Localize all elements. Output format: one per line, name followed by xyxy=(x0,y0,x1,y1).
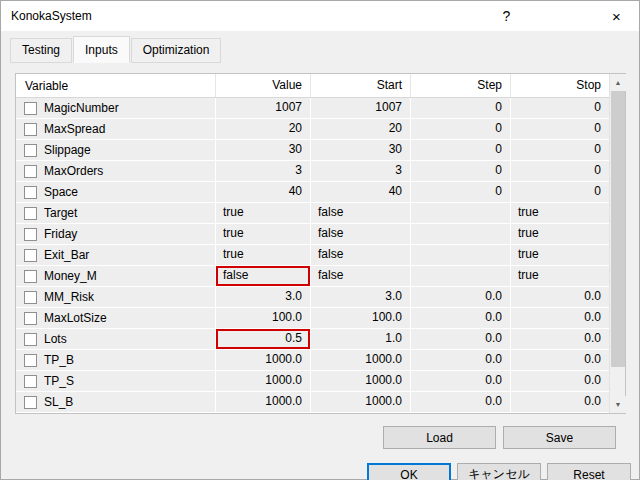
start-cell[interactable]: 1000.0 xyxy=(311,392,411,412)
step-cell[interactable] xyxy=(411,203,511,223)
variable-cell[interactable]: Slippage xyxy=(16,140,216,160)
stop-cell[interactable]: 0.0 xyxy=(511,392,609,412)
value-cell[interactable]: 30 xyxy=(216,140,311,160)
row-checkbox[interactable] xyxy=(24,333,37,346)
value-cell[interactable]: 1007 xyxy=(216,98,311,118)
start-cell[interactable]: 3.0 xyxy=(311,287,411,307)
table-row-sl_b[interactable]: SL_B1000.01000.00.00.0 xyxy=(16,392,609,413)
step-cell[interactable] xyxy=(411,245,511,265)
row-checkbox[interactable] xyxy=(24,144,37,157)
step-cell[interactable]: 0.0 xyxy=(411,308,511,328)
variable-cell[interactable]: MagicNumber xyxy=(16,98,216,118)
step-cell[interactable]: 0 xyxy=(411,140,511,160)
start-cell[interactable]: 100.0 xyxy=(311,308,411,328)
table-row-tp_s[interactable]: TP_S1000.01000.00.00.0 xyxy=(16,371,609,392)
start-cell[interactable]: 1000.0 xyxy=(311,371,411,391)
variable-cell[interactable]: SL_B xyxy=(16,392,216,412)
stop-cell[interactable]: 0.0 xyxy=(511,308,609,328)
title-bar[interactable]: KonokaSystem ? × xyxy=(1,1,639,31)
tab-inputs[interactable]: Inputs xyxy=(73,36,130,63)
start-cell[interactable]: 20 xyxy=(311,119,411,139)
row-checkbox[interactable] xyxy=(24,291,37,304)
step-cell[interactable]: 0 xyxy=(411,119,511,139)
table-row-friday[interactable]: Fridaytruefalsetrue xyxy=(16,224,609,245)
variable-cell[interactable]: MM_Risk xyxy=(16,287,216,307)
stop-cell[interactable]: 0 xyxy=(511,98,609,118)
table-row-target[interactable]: Targettruefalsetrue xyxy=(16,203,609,224)
step-cell[interactable]: 0.0 xyxy=(411,350,511,370)
step-cell[interactable] xyxy=(411,266,511,286)
vertical-scrollbar[interactable]: ▲ ▼ xyxy=(609,74,625,413)
step-cell[interactable]: 0.0 xyxy=(411,329,511,349)
value-cell[interactable]: true xyxy=(216,203,311,223)
row-checkbox[interactable] xyxy=(24,396,37,409)
start-cell[interactable]: 1007 xyxy=(311,98,411,118)
stop-cell[interactable]: true xyxy=(511,203,609,223)
value-cell[interactable]: 3 xyxy=(216,161,311,181)
table-row-maxspread[interactable]: MaxSpread202000 xyxy=(16,119,609,140)
stop-cell[interactable]: 0 xyxy=(511,182,609,202)
row-checkbox[interactable] xyxy=(24,228,37,241)
tab-optimization[interactable]: Optimization xyxy=(131,38,222,63)
step-cell[interactable]: 0 xyxy=(411,98,511,118)
row-checkbox[interactable] xyxy=(24,354,37,367)
cancel-button[interactable]: キャンセル xyxy=(457,463,541,480)
value-cell[interactable]: false xyxy=(216,266,311,286)
variable-cell[interactable]: Exit_Bar xyxy=(16,245,216,265)
stop-cell[interactable]: 0 xyxy=(511,140,609,160)
scroll-down-button[interactable]: ▼ xyxy=(610,396,626,413)
stop-cell[interactable]: 0 xyxy=(511,161,609,181)
row-checkbox[interactable] xyxy=(24,123,37,136)
stop-cell[interactable]: true xyxy=(511,266,609,286)
variable-cell[interactable]: Lots xyxy=(16,329,216,349)
step-cell[interactable] xyxy=(411,224,511,244)
step-cell[interactable]: 0 xyxy=(411,161,511,181)
table-row-exit_bar[interactable]: Exit_Bartruefalsetrue xyxy=(16,245,609,266)
variable-cell[interactable]: TP_S xyxy=(16,371,216,391)
variable-cell[interactable]: Friday xyxy=(16,224,216,244)
table-row-magicnumber[interactable]: MagicNumber1007100700 xyxy=(16,98,609,119)
table-row-maxlotsize[interactable]: MaxLotSize100.0100.00.00.0 xyxy=(16,308,609,329)
value-cell[interactable]: 20 xyxy=(216,119,311,139)
scroll-up-button[interactable]: ▲ xyxy=(610,74,626,91)
value-cell[interactable]: 1000.0 xyxy=(216,371,311,391)
table-row-mm_risk[interactable]: MM_Risk3.03.00.00.0 xyxy=(16,287,609,308)
variable-cell[interactable]: Space xyxy=(16,182,216,202)
row-checkbox[interactable] xyxy=(24,312,37,325)
variable-cell[interactable]: TP_B xyxy=(16,350,216,370)
table-row-maxorders[interactable]: MaxOrders3300 xyxy=(16,161,609,182)
load-button[interactable]: Load xyxy=(383,426,496,449)
step-cell[interactable]: 0.0 xyxy=(411,392,511,412)
ok-button[interactable]: OK xyxy=(367,463,451,480)
stop-cell[interactable]: 0.0 xyxy=(511,287,609,307)
variable-cell[interactable]: Money_M xyxy=(16,266,216,286)
start-cell[interactable]: 30 xyxy=(311,140,411,160)
value-cell[interactable]: 100.0 xyxy=(216,308,311,328)
step-cell[interactable]: 0.0 xyxy=(411,287,511,307)
variable-cell[interactable]: MaxSpread xyxy=(16,119,216,139)
value-cell[interactable]: 3.0 xyxy=(216,287,311,307)
start-cell[interactable]: 1000.0 xyxy=(311,350,411,370)
variable-cell[interactable]: Target xyxy=(16,203,216,223)
stop-cell[interactable]: 0.0 xyxy=(511,371,609,391)
value-cell[interactable]: true xyxy=(216,224,311,244)
value-cell[interactable]: true xyxy=(216,245,311,265)
save-button[interactable]: Save xyxy=(503,426,616,449)
value-cell[interactable]: 40 xyxy=(216,182,311,202)
step-cell[interactable]: 0 xyxy=(411,182,511,202)
row-checkbox[interactable] xyxy=(24,102,37,115)
variable-cell[interactable]: MaxOrders xyxy=(16,161,216,181)
row-checkbox[interactable] xyxy=(24,249,37,262)
start-cell[interactable]: 40 xyxy=(311,182,411,202)
stop-cell[interactable]: true xyxy=(511,224,609,244)
close-button[interactable]: × xyxy=(594,1,639,31)
scrollbar-thumb[interactable] xyxy=(611,91,625,367)
start-cell[interactable]: false xyxy=(311,245,411,265)
step-cell[interactable]: 0.0 xyxy=(411,371,511,391)
table-row-lots[interactable]: Lots0.51.00.00.0 xyxy=(16,329,609,350)
start-cell[interactable]: false xyxy=(311,224,411,244)
reset-button[interactable]: Reset xyxy=(547,463,631,480)
value-cell[interactable]: 1000.0 xyxy=(216,392,311,412)
start-cell[interactable]: false xyxy=(311,203,411,223)
stop-cell[interactable]: 0 xyxy=(511,119,609,139)
